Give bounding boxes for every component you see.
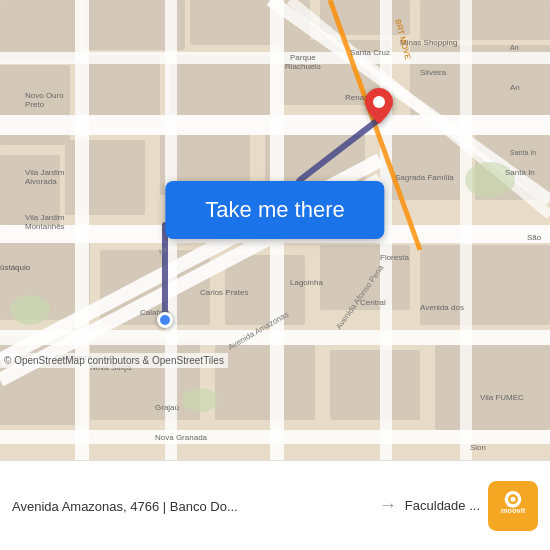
- destination-pin: [365, 88, 393, 128]
- svg-point-44: [182, 388, 218, 412]
- take-me-there-button[interactable]: Take me there: [165, 181, 384, 239]
- svg-text:Santa Cruz: Santa Cruz: [350, 48, 390, 57]
- svg-text:Sagrada Família: Sagrada Família: [395, 173, 454, 182]
- svg-text:São: São: [527, 233, 542, 242]
- svg-rect-21: [420, 245, 550, 325]
- svg-text:Santa In: Santa In: [510, 149, 536, 156]
- svg-text:An: An: [510, 44, 519, 51]
- origin-address: Avenida Amazonas, 4766 | Banco Do...: [12, 499, 238, 514]
- svg-point-42: [10, 295, 50, 325]
- map-attribution: © OpenStreetMap contributors & OpenStree…: [0, 353, 228, 368]
- svg-text:Vila Jardim: Vila Jardim: [25, 213, 65, 222]
- svg-text:Santa In: Santa In: [505, 168, 535, 177]
- map-container: Novo Ouro Preto Vila Jardim Alvorada Vil…: [0, 0, 550, 460]
- svg-rect-36: [460, 0, 472, 460]
- svg-rect-5: [420, 0, 550, 40]
- svg-text:Floresta: Floresta: [380, 253, 409, 262]
- route-arrow: →: [371, 495, 405, 516]
- svg-point-80: [373, 96, 385, 108]
- svg-text:Riachuelo: Riachuelo: [285, 62, 321, 71]
- svg-point-85: [511, 496, 516, 501]
- svg-rect-24: [215, 345, 315, 420]
- svg-text:Carlos Prates: Carlos Prates: [200, 288, 248, 297]
- svg-text:Slon: Slon: [470, 443, 486, 452]
- bottom-bar: Avenida Amazonas, 4766 | Banco Do... → F…: [0, 460, 550, 550]
- origin-info: Avenida Amazonas, 4766 | Banco Do...: [12, 497, 371, 515]
- destination-info: Faculdade ...: [405, 498, 480, 513]
- svg-rect-26: [435, 345, 550, 430]
- svg-text:Montanhês: Montanhês: [25, 222, 65, 231]
- svg-text:Lagoinha: Lagoinha: [290, 278, 323, 287]
- svg-rect-32: [75, 0, 89, 460]
- svg-rect-1: [0, 0, 80, 60]
- svg-text:Vila Jardim: Vila Jardim: [25, 168, 65, 177]
- svg-text:Preto: Preto: [25, 100, 45, 109]
- svg-text:üstáquio: üstáquio: [0, 263, 31, 272]
- svg-text:Novo Ouro: Novo Ouro: [25, 91, 64, 100]
- svg-text:An: An: [510, 83, 520, 92]
- svg-rect-25: [330, 350, 420, 420]
- moovit-logo: moovit: [488, 481, 538, 531]
- svg-text:Vila FUMEC: Vila FUMEC: [480, 393, 524, 402]
- svg-text:Nova Granada: Nova Granada: [155, 433, 208, 442]
- svg-text:Parque: Parque: [290, 53, 316, 62]
- svg-rect-23: [90, 340, 200, 420]
- svg-text:Alvorada: Alvorada: [25, 177, 57, 186]
- svg-text:Silveira: Silveira: [420, 68, 447, 77]
- svg-text:Grajaú: Grajaú: [155, 403, 179, 412]
- svg-text:Avenida dos: Avenida dos: [420, 303, 464, 312]
- origin-pin: [157, 312, 173, 328]
